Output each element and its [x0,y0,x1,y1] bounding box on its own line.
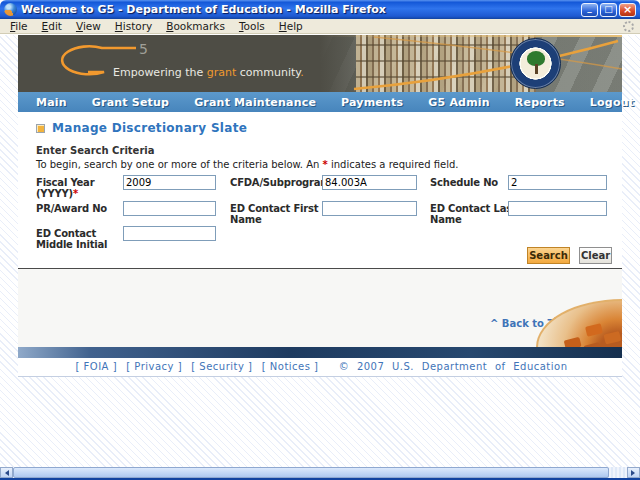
menu-view[interactable]: View [69,19,108,33]
banner-tagline: Empowering the grant community. [113,66,304,79]
scroll-right-button[interactable] [627,467,640,478]
classroom-corner-image [536,299,622,347]
footer-link-privacy[interactable]: [ Privacy ] [126,361,182,372]
nav-logout[interactable]: Logout [590,96,634,109]
nav-payments[interactable]: Payments [341,96,403,109]
page-heading: Manage Discretionary Slate [36,121,247,135]
search-form: Fiscal Year (YYYY)* CFDA/Subprogram Sche… [18,175,622,245]
schedule-no-label: Schedule No [430,177,508,188]
page-title-bullet-icon [36,124,45,133]
fiscal-year-input[interactable] [123,175,216,190]
fiscal-year-label: Fiscal Year (YYYY)* [36,177,116,199]
menu-edit[interactable]: Edit [35,19,69,33]
menu-file[interactable]: File [3,19,35,33]
lower-strip: ^ Back to Top [18,269,622,347]
footer-link-notices[interactable]: [ Notices ] [262,361,319,372]
scroll-left-button[interactable] [0,467,13,478]
clear-button[interactable]: Clear [579,247,612,264]
instructions-text: To begin, search by one or more of the c… [36,159,458,170]
footer-bar [18,347,622,358]
department-of-education-seal-icon [510,38,561,89]
g5-page: 5 Empowering the grant community. Main G… [18,35,622,377]
g5-logo-five: 5 [139,41,148,57]
scroll-right-arrow-icon [631,470,638,476]
ed-contact-first-name-input[interactable] [322,201,417,216]
maximize-button[interactable]: □ [600,3,617,17]
copyright-text: © 2007 U.S. Department of Education [339,361,568,372]
nav-grant-maintenance[interactable]: Grant Maintenance [194,96,316,109]
footer-links: [ FOIA ] [ Privacy ] [ Security ] [ Noti… [18,358,622,377]
menu-bar: File Edit View History Bookmarks Tools H… [0,19,640,34]
scrollbar-thumb[interactable] [13,467,609,478]
scrollbar-track[interactable] [13,467,627,478]
nav-grant-setup[interactable]: Grant Setup [92,96,169,109]
close-button[interactable]: × [619,3,636,17]
ed-contact-first-name-label: ED Contact First Name [230,203,322,225]
nav-g5-admin[interactable]: G5 Admin [428,96,490,109]
schedule-no-input[interactable] [508,175,607,190]
nav-reports[interactable]: Reports [515,96,565,109]
horizontal-scrollbar[interactable] [0,467,640,478]
ed-contact-middle-initial-label: ED Contact Middle Initial [36,228,136,250]
page-title: Manage Discretionary Slate [52,121,247,135]
tagline-grant-highlight: grant [207,66,237,79]
window-title: Welcome to G5 - Department of Education … [21,3,581,16]
footer-link-foia[interactable]: [ FOIA ] [75,361,117,372]
ed-contact-middle-initial-input[interactable] [123,226,216,241]
cfda-subprogram-input[interactable] [322,175,417,190]
search-button[interactable]: Search [527,247,570,264]
pr-award-no-label: PR/Award No [36,203,121,214]
scroll-left-arrow-icon [2,470,9,476]
fiscal-year-required-asterisk: * [73,188,78,199]
menu-history[interactable]: History [108,19,159,33]
window-titlebar[interactable]: Welcome to G5 - Department of Education … [0,0,640,19]
window-controls: _ □ × [581,3,636,17]
ed-contact-last-name-input[interactable] [508,201,607,216]
footer-link-security[interactable]: [ Security ] [191,361,252,372]
main-navigation: Main Grant Setup Grant Maintenance Payme… [18,92,622,112]
g5-banner: 5 Empowering the grant community. [18,35,622,92]
search-criteria-section: Manage Discretionary Slate Enter Search … [18,112,622,269]
browser-window: Welcome to G5 - Department of Education … [0,0,640,480]
pr-award-no-input[interactable] [123,201,216,216]
section-heading: Enter Search Criteria [36,145,155,156]
browser-viewport: 5 Empowering the grant community. Main G… [0,35,640,467]
menu-help[interactable]: Help [272,19,310,33]
menu-tools[interactable]: Tools [232,19,272,33]
minimize-button[interactable]: _ [581,3,598,17]
firefox-icon[interactable] [4,3,17,16]
menu-bookmarks[interactable]: Bookmarks [159,19,232,33]
nav-main[interactable]: Main [36,96,67,109]
cfda-subprogram-label: CFDA/Subprogram [230,177,325,188]
throbber-icon [623,21,634,32]
